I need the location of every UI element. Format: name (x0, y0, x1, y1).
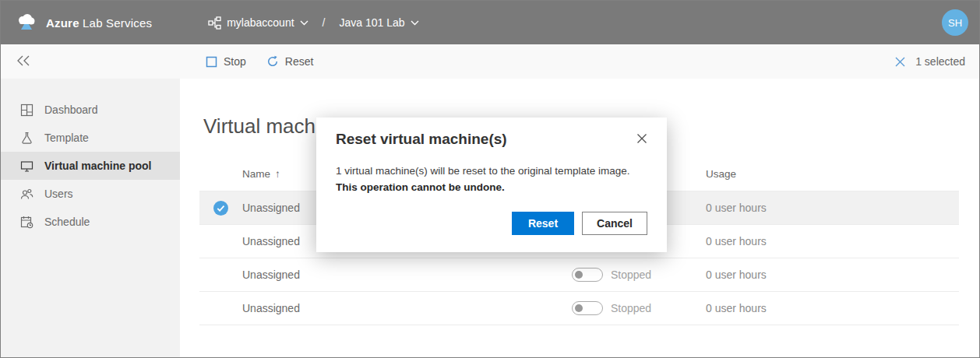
vm-usage: 0 user hours (706, 235, 959, 247)
stop-button[interactable]: Stop (206, 55, 246, 68)
sidebar-item-label: Virtual machine pool (44, 160, 151, 172)
sidebar-item-label: Schedule (44, 216, 90, 228)
schedule-icon (20, 216, 33, 229)
azure-lab-services-logo-icon (15, 11, 38, 34)
dialog-close-button[interactable] (636, 133, 647, 144)
dialog-warning: This operation cannot be undone. (336, 180, 647, 196)
clear-selection-button[interactable] (894, 56, 906, 68)
sidebar-item-template[interactable]: Template (1, 124, 180, 152)
check-circle-icon (213, 201, 228, 216)
breadcrumb-separator: / (323, 16, 326, 29)
app-title: Azure Lab Services (46, 16, 152, 30)
stop-label: Stop (224, 55, 246, 68)
virtual-machine-pool-icon (20, 160, 33, 173)
sidebar-item-schedule[interactable]: Schedule (1, 208, 180, 236)
dialog-cancel-button[interactable]: Cancel (582, 212, 647, 235)
dialog-body: 1 virtual machine(s) will be reset to th… (336, 163, 647, 196)
template-flask-icon (20, 132, 33, 145)
dialog-reset-button[interactable]: Reset (512, 212, 574, 235)
user-avatar[interactable]: SH (942, 9, 968, 36)
sidebar-item-users[interactable]: Users (1, 180, 180, 208)
state-toggle-off[interactable] (572, 301, 603, 315)
app-title-bold: Azure (46, 16, 79, 30)
table-row[interactable]: Unassigned Stopped 0 user hours (199, 258, 959, 292)
dialog-header: Reset virtual machine(s) (336, 131, 647, 148)
users-icon (20, 188, 33, 201)
sidebar-item-label: Users (44, 188, 73, 200)
chevron-down-icon (411, 20, 419, 26)
reset-label: Reset (285, 55, 314, 68)
avatar-initials: SH (948, 17, 962, 29)
sidebar-item-label: Template (44, 132, 89, 144)
vm-usage: 0 user hours (706, 302, 959, 314)
chevron-down-icon (300, 20, 308, 26)
column-header-usage[interactable]: Usage (706, 168, 959, 180)
app-title-rest: Lab Services (79, 16, 152, 30)
close-icon (894, 56, 906, 68)
vm-state: Stopped (572, 268, 706, 282)
lab-account-name: mylabaccount (227, 16, 294, 29)
sidebar-collapse-button[interactable] (16, 54, 30, 67)
selection-group: 1 selected (894, 44, 965, 79)
sidebar: Dashboard Template Virtual machine pool (1, 79, 180, 357)
app-window: Azure Lab Services mylabaccount / Java 1… (0, 0, 980, 358)
lab-name: Java 101 Lab (339, 16, 404, 29)
state-toggle-off[interactable] (572, 268, 603, 282)
vm-usage: 0 user hours (706, 202, 959, 214)
breadcrumb: mylabaccount / Java 101 Lab (208, 16, 418, 30)
selection-count: 1 selected (915, 55, 965, 68)
reset-icon (266, 55, 279, 68)
lab-account-dropdown[interactable]: mylabaccount (208, 16, 308, 30)
dialog-message: 1 virtual machine(s) will be reset to th… (336, 163, 647, 180)
lab-dropdown[interactable]: Java 101 Lab (339, 16, 418, 29)
stop-icon (206, 56, 217, 68)
sidebar-item-dashboard[interactable]: Dashboard (1, 96, 180, 124)
reset-button[interactable]: Reset (266, 55, 314, 68)
dialog-title: Reset virtual machine(s) (336, 131, 507, 148)
sidebar-item-label: Dashboard (44, 104, 98, 116)
sort-ascending-icon: ↑ (275, 168, 280, 180)
top-bar: Azure Lab Services mylabaccount / Java 1… (1, 1, 979, 44)
vm-state: Stopped (572, 301, 706, 315)
row-selected-check[interactable] (199, 201, 242, 216)
vm-usage: 0 user hours (706, 268, 959, 281)
dashboard-icon (20, 104, 33, 117)
table-row[interactable]: Unassigned Stopped 0 user hours (199, 292, 959, 325)
close-icon (636, 133, 647, 144)
sidebar-item-virtual-machine-pool[interactable]: Virtual machine pool (1, 152, 180, 180)
vm-name: Unassigned (242, 268, 572, 281)
reset-dialog: Reset virtual machine(s) 1 virtual machi… (316, 118, 667, 252)
dialog-actions: Reset Cancel (336, 212, 647, 235)
command-bar: Stop Reset 1 selected (1, 44, 979, 79)
command-group: Stop Reset (206, 44, 313, 79)
vm-name: Unassigned (242, 302, 572, 314)
lab-account-icon (208, 16, 221, 30)
